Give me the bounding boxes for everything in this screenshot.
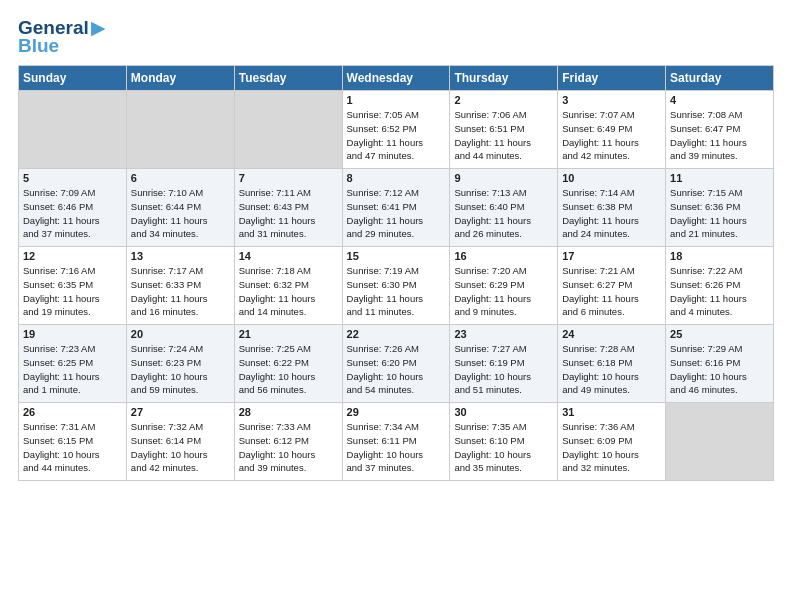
col-sunday: Sunday (19, 66, 127, 91)
day-number: 7 (239, 172, 338, 184)
header-row: Sunday Monday Tuesday Wednesday Thursday… (19, 66, 774, 91)
day-cell: 6Sunrise: 7:10 AM Sunset: 6:44 PM Daylig… (126, 169, 234, 247)
day-number: 8 (347, 172, 446, 184)
day-cell: 11Sunrise: 7:15 AM Sunset: 6:36 PM Dayli… (666, 169, 774, 247)
col-saturday: Saturday (666, 66, 774, 91)
header: General ▶ Blue (18, 16, 774, 57)
week-row-1: 1Sunrise: 7:05 AM Sunset: 6:52 PM Daylig… (19, 91, 774, 169)
day-number: 21 (239, 328, 338, 340)
day-number: 23 (454, 328, 553, 340)
day-cell: 28Sunrise: 7:33 AM Sunset: 6:12 PM Dayli… (234, 403, 342, 481)
day-info: Sunrise: 7:35 AM Sunset: 6:10 PM Dayligh… (454, 420, 553, 475)
day-cell: 19Sunrise: 7:23 AM Sunset: 6:25 PM Dayli… (19, 325, 127, 403)
day-cell (19, 91, 127, 169)
day-number: 22 (347, 328, 446, 340)
day-info: Sunrise: 7:15 AM Sunset: 6:36 PM Dayligh… (670, 186, 769, 241)
day-number: 13 (131, 250, 230, 262)
day-info: Sunrise: 7:16 AM Sunset: 6:35 PM Dayligh… (23, 264, 122, 319)
day-cell: 17Sunrise: 7:21 AM Sunset: 6:27 PM Dayli… (558, 247, 666, 325)
day-cell: 1Sunrise: 7:05 AM Sunset: 6:52 PM Daylig… (342, 91, 450, 169)
day-info: Sunrise: 7:28 AM Sunset: 6:18 PM Dayligh… (562, 342, 661, 397)
day-cell (234, 91, 342, 169)
day-number: 10 (562, 172, 661, 184)
day-cell: 7Sunrise: 7:11 AM Sunset: 6:43 PM Daylig… (234, 169, 342, 247)
day-number: 20 (131, 328, 230, 340)
day-number: 24 (562, 328, 661, 340)
day-info: Sunrise: 7:20 AM Sunset: 6:29 PM Dayligh… (454, 264, 553, 319)
day-cell: 29Sunrise: 7:34 AM Sunset: 6:11 PM Dayli… (342, 403, 450, 481)
day-info: Sunrise: 7:22 AM Sunset: 6:26 PM Dayligh… (670, 264, 769, 319)
day-number: 6 (131, 172, 230, 184)
day-cell: 24Sunrise: 7:28 AM Sunset: 6:18 PM Dayli… (558, 325, 666, 403)
day-info: Sunrise: 7:33 AM Sunset: 6:12 PM Dayligh… (239, 420, 338, 475)
day-number: 2 (454, 94, 553, 106)
day-number: 15 (347, 250, 446, 262)
day-number: 5 (23, 172, 122, 184)
day-cell: 12Sunrise: 7:16 AM Sunset: 6:35 PM Dayli… (19, 247, 127, 325)
day-number: 17 (562, 250, 661, 262)
day-number: 11 (670, 172, 769, 184)
day-number: 4 (670, 94, 769, 106)
day-info: Sunrise: 7:36 AM Sunset: 6:09 PM Dayligh… (562, 420, 661, 475)
day-number: 26 (23, 406, 122, 418)
day-cell: 25Sunrise: 7:29 AM Sunset: 6:16 PM Dayli… (666, 325, 774, 403)
day-cell: 21Sunrise: 7:25 AM Sunset: 6:22 PM Dayli… (234, 325, 342, 403)
day-number: 9 (454, 172, 553, 184)
day-info: Sunrise: 7:26 AM Sunset: 6:20 PM Dayligh… (347, 342, 446, 397)
day-cell: 22Sunrise: 7:26 AM Sunset: 6:20 PM Dayli… (342, 325, 450, 403)
day-info: Sunrise: 7:06 AM Sunset: 6:51 PM Dayligh… (454, 108, 553, 163)
day-number: 14 (239, 250, 338, 262)
day-info: Sunrise: 7:18 AM Sunset: 6:32 PM Dayligh… (239, 264, 338, 319)
day-info: Sunrise: 7:05 AM Sunset: 6:52 PM Dayligh… (347, 108, 446, 163)
day-number: 12 (23, 250, 122, 262)
day-number: 31 (562, 406, 661, 418)
day-number: 1 (347, 94, 446, 106)
col-wednesday: Wednesday (342, 66, 450, 91)
day-info: Sunrise: 7:29 AM Sunset: 6:16 PM Dayligh… (670, 342, 769, 397)
day-info: Sunrise: 7:13 AM Sunset: 6:40 PM Dayligh… (454, 186, 553, 241)
day-info: Sunrise: 7:34 AM Sunset: 6:11 PM Dayligh… (347, 420, 446, 475)
col-tuesday: Tuesday (234, 66, 342, 91)
day-info: Sunrise: 7:24 AM Sunset: 6:23 PM Dayligh… (131, 342, 230, 397)
col-thursday: Thursday (450, 66, 558, 91)
day-info: Sunrise: 7:11 AM Sunset: 6:43 PM Dayligh… (239, 186, 338, 241)
day-cell: 18Sunrise: 7:22 AM Sunset: 6:26 PM Dayli… (666, 247, 774, 325)
day-cell (666, 403, 774, 481)
day-info: Sunrise: 7:17 AM Sunset: 6:33 PM Dayligh… (131, 264, 230, 319)
day-info: Sunrise: 7:14 AM Sunset: 6:38 PM Dayligh… (562, 186, 661, 241)
logo: General ▶ Blue (18, 16, 106, 57)
logo-bird-icon: ▶ (91, 16, 106, 39)
day-number: 16 (454, 250, 553, 262)
week-row-2: 5Sunrise: 7:09 AM Sunset: 6:46 PM Daylig… (19, 169, 774, 247)
day-cell: 9Sunrise: 7:13 AM Sunset: 6:40 PM Daylig… (450, 169, 558, 247)
day-cell: 27Sunrise: 7:32 AM Sunset: 6:14 PM Dayli… (126, 403, 234, 481)
day-cell: 16Sunrise: 7:20 AM Sunset: 6:29 PM Dayli… (450, 247, 558, 325)
day-info: Sunrise: 7:32 AM Sunset: 6:14 PM Dayligh… (131, 420, 230, 475)
day-info: Sunrise: 7:21 AM Sunset: 6:27 PM Dayligh… (562, 264, 661, 319)
day-info: Sunrise: 7:10 AM Sunset: 6:44 PM Dayligh… (131, 186, 230, 241)
day-number: 29 (347, 406, 446, 418)
day-cell: 13Sunrise: 7:17 AM Sunset: 6:33 PM Dayli… (126, 247, 234, 325)
col-monday: Monday (126, 66, 234, 91)
day-info: Sunrise: 7:27 AM Sunset: 6:19 PM Dayligh… (454, 342, 553, 397)
day-number: 30 (454, 406, 553, 418)
day-cell: 8Sunrise: 7:12 AM Sunset: 6:41 PM Daylig… (342, 169, 450, 247)
day-info: Sunrise: 7:31 AM Sunset: 6:15 PM Dayligh… (23, 420, 122, 475)
day-info: Sunrise: 7:08 AM Sunset: 6:47 PM Dayligh… (670, 108, 769, 163)
day-info: Sunrise: 7:23 AM Sunset: 6:25 PM Dayligh… (23, 342, 122, 397)
day-cell: 23Sunrise: 7:27 AM Sunset: 6:19 PM Dayli… (450, 325, 558, 403)
day-number: 18 (670, 250, 769, 262)
day-info: Sunrise: 7:12 AM Sunset: 6:41 PM Dayligh… (347, 186, 446, 241)
col-friday: Friday (558, 66, 666, 91)
day-cell: 15Sunrise: 7:19 AM Sunset: 6:30 PM Dayli… (342, 247, 450, 325)
week-row-5: 26Sunrise: 7:31 AM Sunset: 6:15 PM Dayli… (19, 403, 774, 481)
day-cell: 4Sunrise: 7:08 AM Sunset: 6:47 PM Daylig… (666, 91, 774, 169)
day-number: 3 (562, 94, 661, 106)
day-cell: 31Sunrise: 7:36 AM Sunset: 6:09 PM Dayli… (558, 403, 666, 481)
day-cell: 5Sunrise: 7:09 AM Sunset: 6:46 PM Daylig… (19, 169, 127, 247)
day-number: 27 (131, 406, 230, 418)
day-info: Sunrise: 7:07 AM Sunset: 6:49 PM Dayligh… (562, 108, 661, 163)
day-number: 25 (670, 328, 769, 340)
day-info: Sunrise: 7:09 AM Sunset: 6:46 PM Dayligh… (23, 186, 122, 241)
day-info: Sunrise: 7:25 AM Sunset: 6:22 PM Dayligh… (239, 342, 338, 397)
